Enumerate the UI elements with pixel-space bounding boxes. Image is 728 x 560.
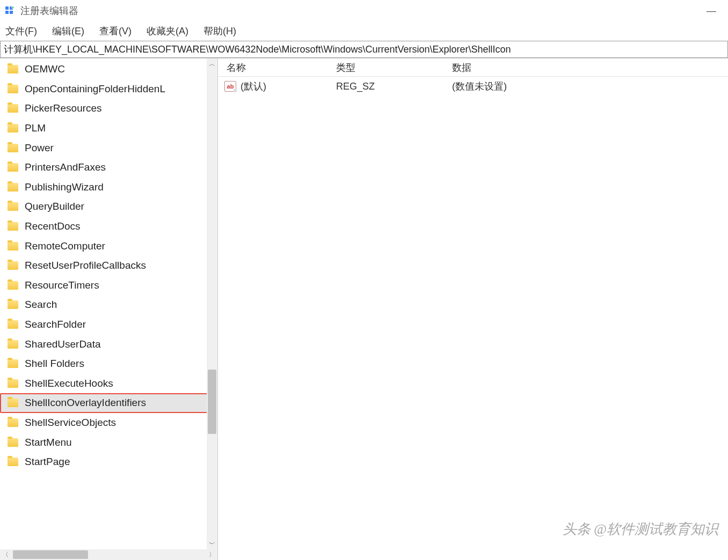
folder-icon [8, 300, 18, 309]
tree-item[interactable]: ShellIconOverlayIdentifiers [0, 393, 217, 413]
string-value-icon: ab [224, 81, 236, 92]
tree-item-label: ShellExecuteHooks [25, 378, 113, 389]
app-icon [4, 5, 15, 16]
tree-item[interactable]: OEMWC [0, 60, 217, 79]
tree-item-label: OEMWC [25, 63, 65, 75]
tree-item[interactable]: PickerResources [0, 99, 217, 119]
folder-icon [8, 124, 18, 132]
svg-rect-2 [5, 11, 9, 14]
value-name: (默认) [241, 80, 266, 93]
vertical-scrollbar[interactable]: ︿ ﹀ [207, 58, 217, 549]
title-bar: 注册表编辑器 — [0, 0, 728, 21]
value-name-cell: ab(默认) [218, 80, 336, 93]
tree-item[interactable]: Power [0, 138, 217, 158]
folder-icon [8, 144, 18, 152]
hscroll-track[interactable] [11, 549, 207, 560]
tree-panel: OEMWCOpenContainingFolderHiddenLPickerRe… [0, 58, 218, 560]
folder-icon [8, 458, 18, 466]
folder-icon [8, 85, 18, 93]
hscroll-thumb[interactable] [13, 550, 88, 559]
tree-item[interactable]: SharedUserData [0, 334, 217, 354]
menu-help[interactable]: 帮助(H) [203, 25, 236, 38]
value-data: (数值未设置) [449, 80, 728, 93]
tree-item[interactable]: RecentDocs [0, 217, 217, 237]
tree-item[interactable]: OpenContainingFolderHiddenL [0, 79, 217, 99]
values-panel: 名称 类型 数据 ab(默认)REG_SZ(数值未设置) [218, 58, 728, 560]
tree-item-label: RecentDocs [25, 220, 81, 232]
folder-icon [8, 183, 18, 191]
tree-item-label: PickerResources [25, 102, 102, 114]
horizontal-scrollbar[interactable]: 〈 〉 [0, 549, 217, 560]
address-text: 计算机\HKEY_LOCAL_MACHINE\SOFTWARE\WOW6432N… [4, 43, 511, 56]
scroll-track[interactable] [207, 69, 217, 539]
tree-item-label: ShellIconOverlayIdentifiers [25, 397, 146, 409]
column-header-type[interactable]: 类型 [336, 61, 449, 74]
menu-view[interactable]: 查看(V) [99, 25, 132, 38]
tree-item[interactable]: QueryBuilder [0, 197, 217, 217]
menu-file[interactable]: 文件(F) [5, 25, 37, 38]
folder-icon [8, 399, 18, 407]
tree-item-label: PLM [25, 122, 46, 134]
tree-item[interactable]: PLM [0, 119, 217, 138]
folder-icon [8, 202, 18, 211]
tree-item[interactable]: RemoteComputer [0, 236, 217, 256]
tree-item[interactable]: ResetUserProfileCallbacks [0, 256, 217, 276]
tree-item-label: SharedUserData [25, 338, 101, 350]
tree-item[interactable]: Shell Folders [0, 354, 217, 374]
tree-item[interactable]: ShellServiceObjects [0, 413, 217, 433]
tree-item[interactable]: SearchFolder [0, 315, 217, 335]
scroll-down-icon[interactable]: ﹀ [207, 539, 217, 549]
tree-item-label: QueryBuilder [25, 201, 84, 212]
values-list: ab(默认)REG_SZ(数值未设置) [218, 77, 728, 560]
minimize-button[interactable]: — [699, 5, 724, 17]
tree-item[interactable]: ResourceTimers [0, 276, 217, 296]
value-row[interactable]: ab(默认)REG_SZ(数值未设置) [218, 77, 728, 96]
folder-icon [8, 242, 18, 250]
menu-bar: 文件(F) 编辑(E) 查看(V) 收藏夹(A) 帮助(H) [0, 21, 728, 41]
folder-icon [8, 163, 18, 172]
column-header-data[interactable]: 数据 [449, 61, 728, 74]
tree-item-label: ShellServiceObjects [25, 417, 116, 429]
cropped-top-edge [0, 0, 728, 3]
tree-item-label: PrintersAndFaxes [25, 161, 106, 173]
tree-item-label: RemoteComputer [25, 240, 105, 252]
tree-item[interactable]: ShellExecuteHooks [0, 374, 217, 394]
tree-scroll-area: OEMWCOpenContainingFolderHiddenLPickerRe… [0, 58, 217, 549]
column-header-name[interactable]: 名称 [218, 61, 336, 74]
tree-item[interactable]: Search [0, 295, 217, 315]
value-type: REG_SZ [336, 81, 449, 92]
svg-rect-3 [10, 11, 13, 14]
content-area: OEMWCOpenContainingFolderHiddenLPickerRe… [0, 58, 728, 560]
tree-item[interactable]: PrintersAndFaxes [0, 158, 217, 178]
folder-icon [8, 320, 18, 329]
tree-item-label: StartPage [25, 456, 70, 468]
tree-item[interactable]: StartPage [0, 452, 217, 472]
tree-item-label: OpenContainingFolderHiddenL [25, 83, 165, 95]
menu-edit[interactable]: 编辑(E) [52, 25, 84, 38]
scroll-right-icon[interactable]: 〉 [207, 549, 217, 560]
tree-item-label: ResetUserProfileCallbacks [25, 260, 146, 271]
folder-icon [8, 438, 18, 447]
tree-item-label: StartMenu [25, 437, 72, 448]
scroll-left-icon[interactable]: 〈 [0, 549, 11, 560]
tree-item[interactable]: StartMenu [0, 432, 217, 452]
folder-icon [8, 418, 18, 427]
values-header: 名称 类型 数据 [218, 58, 728, 77]
window-title: 注册表编辑器 [20, 4, 78, 17]
scroll-thumb[interactable] [208, 370, 216, 434]
folder-icon [8, 379, 18, 388]
folder-icon [8, 104, 18, 113]
tree-item-label: Search [25, 299, 57, 311]
tree-item-label: Power [25, 142, 54, 154]
tree-item-label: PublishingWizard [25, 181, 104, 193]
svg-point-4 [12, 6, 14, 9]
folder-icon [8, 359, 18, 368]
tree-item[interactable]: PublishingWizard [0, 178, 217, 197]
folder-icon [8, 340, 18, 349]
address-bar[interactable]: 计算机\HKEY_LOCAL_MACHINE\SOFTWARE\WOW6432N… [0, 41, 728, 58]
menu-favorites[interactable]: 收藏夹(A) [147, 25, 188, 38]
svg-rect-0 [5, 6, 9, 10]
folder-icon [8, 222, 18, 231]
tree-item-label: Shell Folders [25, 358, 84, 370]
scroll-up-icon[interactable]: ︿ [207, 58, 217, 69]
